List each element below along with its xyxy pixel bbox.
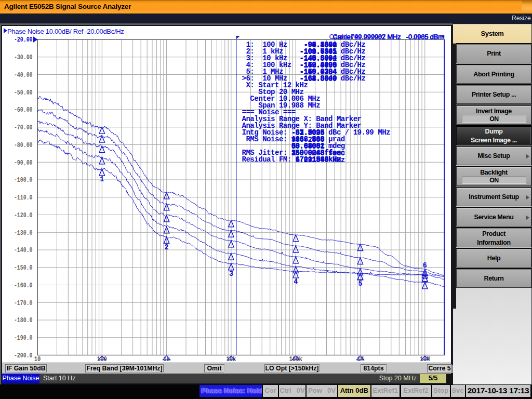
svg-text:100: 100 — [97, 355, 107, 363]
svg-text:-100.0: -100.0 — [14, 176, 33, 184]
svg-text:-60.00: -60.00 — [14, 106, 33, 114]
svg-text:-190.0: -190.0 — [14, 334, 33, 342]
svg-text:-30.00: -30.00 — [14, 54, 33, 61]
svg-text:1M: 1M — [357, 355, 364, 363]
svg-text:-80.00: -80.00 — [14, 141, 33, 149]
svg-text:-180.0: -180.0 — [14, 316, 33, 324]
svg-text:-170.0: -170.0 — [14, 299, 33, 307]
svg-text:-70.00: -70.00 — [14, 124, 33, 131]
svg-text:-90.00: -90.00 — [14, 159, 33, 167]
svg-text:100k: 100k — [289, 355, 302, 363]
svg-text:1: 1 — [100, 175, 104, 183]
svg-text:10: 10 — [34, 355, 41, 363]
svg-text:-40.00: -40.00 — [14, 71, 33, 79]
svg-text:1k: 1k — [163, 355, 170, 363]
svg-text:-120.0: -120.0 — [14, 211, 33, 219]
svg-text:-20.00: -20.00 — [14, 36, 33, 44]
svg-text:-200.0: -200.0 — [14, 352, 33, 360]
svg-text:5: 5 — [358, 280, 363, 288]
svg-text:4: 4 — [294, 277, 298, 286]
svg-text:-50.00: -50.00 — [14, 89, 33, 97]
svg-text:6: 6 — [423, 261, 427, 270]
svg-text:-140.0: -140.0 — [14, 246, 33, 254]
svg-text:3: 3 — [229, 270, 233, 278]
svg-text:-130.0: -130.0 — [14, 229, 33, 237]
svg-text:10M: 10M — [420, 355, 430, 363]
svg-text:-160.0: -160.0 — [14, 282, 33, 289]
svg-text:-110.0: -110.0 — [14, 194, 33, 202]
svg-text:10k: 10k — [226, 355, 236, 363]
svg-text:-150.0: -150.0 — [14, 264, 33, 272]
svg-text:2: 2 — [165, 243, 169, 251]
